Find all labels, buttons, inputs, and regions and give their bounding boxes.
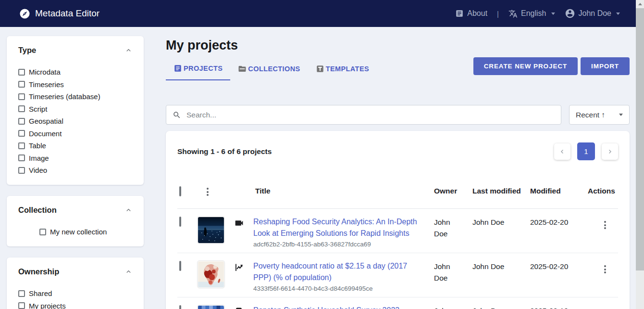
- tab-collections[interactable]: COLLECTIONS: [230, 64, 308, 80]
- about-label: About: [467, 9, 487, 18]
- pagination-next-button[interactable]: [602, 143, 618, 160]
- checkbox[interactable]: [18, 167, 25, 174]
- owner-cell: John Doe: [430, 216, 469, 240]
- checkbox[interactable]: [18, 130, 25, 137]
- checkbox[interactable]: [18, 105, 25, 112]
- account-circle-icon: [565, 8, 575, 19]
- filter-script[interactable]: Script: [18, 105, 132, 113]
- about-link[interactable]: About: [455, 9, 487, 18]
- row-actions-kebab-icon[interactable]: [601, 218, 609, 232]
- column-header-modified: Modified: [526, 187, 584, 195]
- checkbox[interactable]: [18, 290, 25, 297]
- modified-date-cell: 2025-02-20: [526, 216, 584, 228]
- tab-templates[interactable]: TEMPLATES: [308, 64, 377, 80]
- checkbox[interactable]: [18, 69, 25, 76]
- filter-document[interactable]: Document: [18, 129, 132, 138]
- project-thumbnail[interactable]: [197, 305, 225, 309]
- filter-my-new-collection[interactable]: My new collection: [39, 228, 132, 236]
- app-brand[interactable]: Metadata Editor: [19, 8, 99, 19]
- collection-filter-panel: Collection My new collection: [7, 196, 144, 246]
- filter-image[interactable]: Image: [18, 154, 132, 162]
- app-title: Metadata Editor: [35, 8, 99, 19]
- owner-cell: John Doe: [430, 260, 469, 284]
- project-title-link[interactable]: Poverty headcount ratio at $2.15 a day (…: [253, 260, 430, 283]
- scrollbar-thumb[interactable]: [636, 8, 644, 270]
- filter-sidebar: Type Microdata Timeseries Timeseries (da…: [7, 36, 144, 309]
- modified-date-cell: 2025-02-19: [526, 305, 584, 309]
- pagination-prev-button[interactable]: [554, 143, 570, 160]
- tab-bar: PROJECTS COLLECTIONS TEMPLATES: [166, 64, 377, 80]
- checkbox[interactable]: [18, 118, 25, 125]
- project-title-link[interactable]: Popstan Synthetic Household Survey 2023: [253, 305, 430, 309]
- chevron-up-icon[interactable]: [125, 268, 132, 275]
- filter-video[interactable]: Video: [18, 166, 132, 174]
- pagination-page-1[interactable]: 1: [577, 142, 595, 160]
- create-new-project-button[interactable]: CREATE NEW PROJECT: [473, 57, 578, 75]
- last-modified-cell: John Doe: [469, 305, 526, 309]
- database-icon: [234, 307, 244, 309]
- chevron-down-icon: [619, 114, 623, 116]
- row-checkbox[interactable]: [179, 305, 181, 309]
- filter-my-projects[interactable]: My projects: [18, 302, 132, 309]
- filter-geospatial[interactable]: Geospatial: [18, 117, 132, 125]
- last-modified-cell: John Doe: [469, 216, 526, 228]
- column-header-last-modified: Last modified: [469, 187, 526, 195]
- folder-icon: [238, 64, 247, 73]
- user-name: John Doe: [579, 9, 612, 18]
- project-title-link[interactable]: Reshaping Food Security Analytics: An In…: [253, 216, 430, 239]
- table-row: Reshaping Food Security Analytics: An In…: [177, 209, 618, 253]
- search-icon: [173, 111, 181, 119]
- project-uuid: 4333f56f-6614-4470-b4c3-d84c699495ce: [253, 285, 430, 292]
- pagination: 1: [554, 142, 618, 160]
- line-chart-icon: [234, 262, 244, 272]
- project-thumbnail[interactable]: [197, 260, 225, 288]
- row-actions-kebab-icon[interactable]: [601, 262, 609, 276]
- column-header-owner: Owner: [430, 187, 469, 195]
- template-icon: [316, 64, 324, 73]
- table-row: Popstan Synthetic Household Survey 2023 …: [177, 297, 618, 309]
- table-row: Poverty headcount ratio at $2.15 a day (…: [177, 253, 618, 297]
- ownership-filter-panel: Ownership Shared My projects: [7, 258, 144, 309]
- checkbox[interactable]: [18, 142, 25, 149]
- language-label: English: [521, 9, 546, 18]
- import-button[interactable]: IMPORT: [581, 57, 630, 75]
- kebab-icon[interactable]: [204, 185, 211, 199]
- nav-separator: |: [497, 10, 499, 18]
- checkbox[interactable]: [18, 154, 25, 161]
- row-checkbox[interactable]: [179, 217, 181, 227]
- article-icon: [455, 9, 464, 18]
- tab-projects[interactable]: PROJECTS: [166, 64, 230, 80]
- filter-timeseries-database[interactable]: Timeseries (database): [18, 92, 132, 101]
- videocam-icon: [234, 218, 244, 228]
- row-actions-kebab-icon[interactable]: [601, 307, 609, 309]
- translate-icon: [508, 9, 518, 18]
- select-all-checkbox[interactable]: [179, 186, 181, 196]
- sort-dropdown[interactable]: Recent ↑: [569, 105, 630, 125]
- chevron-up-icon[interactable]: [125, 47, 132, 54]
- chevron-down-icon: [616, 13, 620, 15]
- user-menu[interactable]: John Doe: [565, 8, 620, 19]
- checkbox[interactable]: [39, 229, 46, 235]
- last-modified-cell: John Doe: [469, 260, 526, 272]
- filter-microdata[interactable]: Microdata: [18, 68, 132, 76]
- search-input[interactable]: [186, 110, 555, 120]
- table-header: Title Owner Last modified Modified Actio…: [177, 176, 618, 209]
- language-menu[interactable]: English: [508, 9, 555, 18]
- chevron-up-icon[interactable]: [125, 206, 132, 214]
- project-uuid: adcf62b2-2bfb-4155-ab63-36827fdcca69: [253, 241, 430, 248]
- checkbox[interactable]: [18, 93, 25, 100]
- filter-timeseries[interactable]: Timeseries: [18, 80, 132, 89]
- row-checkbox[interactable]: [179, 261, 181, 271]
- main-content: My projects PROJECTS COLLECTIONS TEMPLAT…: [166, 27, 630, 309]
- article-icon: [173, 64, 182, 73]
- column-header-title: Title: [253, 187, 430, 195]
- vertical-scrollbar[interactable]: [636, 0, 644, 309]
- filter-shared[interactable]: Shared: [18, 289, 132, 297]
- checkbox[interactable]: [18, 81, 25, 88]
- filter-table[interactable]: Table: [18, 142, 132, 150]
- chevron-down-icon: [551, 13, 555, 15]
- project-thumbnail[interactable]: [197, 216, 225, 244]
- scrollbar-up-arrow[interactable]: [636, 0, 644, 8]
- type-filter-panel: Type Microdata Timeseries Timeseries (da…: [7, 36, 144, 185]
- checkbox[interactable]: [18, 302, 25, 309]
